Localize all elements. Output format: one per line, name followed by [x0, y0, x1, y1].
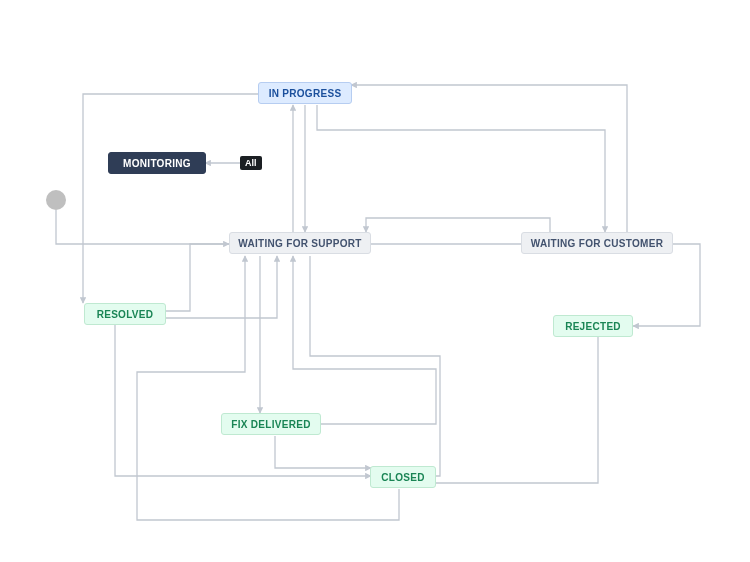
status-label: CLOSED: [381, 472, 424, 483]
status-label: REJECTED: [565, 321, 621, 332]
status-waiting-for-customer[interactable]: WAITING FOR CUSTOMER: [521, 232, 673, 254]
status-label: WAITING FOR CUSTOMER: [531, 238, 663, 249]
global-transition-all[interactable]: All: [240, 156, 262, 170]
start-node[interactable]: [46, 190, 66, 210]
status-waiting-for-support[interactable]: WAITING FOR SUPPORT: [229, 232, 371, 254]
status-fix-delivered[interactable]: FIX DELIVERED: [221, 413, 321, 435]
status-label: IN PROGRESS: [269, 88, 342, 99]
status-label: MONITORING: [123, 158, 191, 169]
badge-label: All: [245, 158, 257, 168]
status-rejected[interactable]: REJECTED: [553, 315, 633, 337]
workflow-canvas: IN PROGRESS MONITORING All WAITING FOR S…: [0, 0, 750, 562]
status-resolved[interactable]: RESOLVED: [84, 303, 166, 325]
status-in-progress[interactable]: IN PROGRESS: [258, 82, 352, 104]
status-monitoring[interactable]: MONITORING: [108, 152, 206, 174]
status-closed[interactable]: CLOSED: [370, 466, 436, 488]
status-label: FIX DELIVERED: [231, 419, 310, 430]
status-label: RESOLVED: [97, 309, 154, 320]
status-label: WAITING FOR SUPPORT: [238, 238, 361, 249]
